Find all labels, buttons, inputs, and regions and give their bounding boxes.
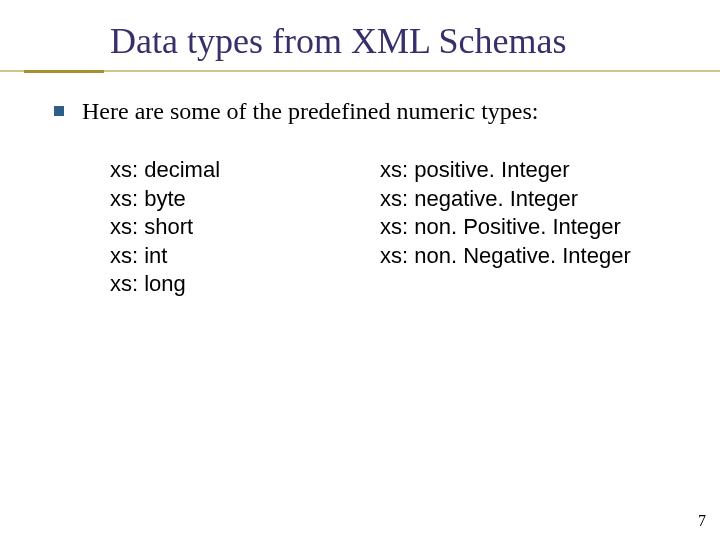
list-item: xs: long: [110, 270, 220, 299]
list-item: xs: non. Positive. Integer: [380, 213, 631, 242]
list-item: xs: decimal: [110, 156, 220, 185]
left-column: xs: decimal xs: byte xs: short xs: int x…: [110, 156, 220, 299]
list-item: xs: non. Negative. Integer: [380, 242, 631, 271]
list-item: xs: int: [110, 242, 220, 271]
bullet-item: Here are some of the predefined numeric …: [54, 98, 538, 125]
page-number: 7: [698, 512, 706, 530]
list-item: xs: positive. Integer: [380, 156, 631, 185]
lead-text: Here are some of the predefined numeric …: [82, 98, 538, 125]
title-underline: [0, 70, 720, 76]
list-item: xs: short: [110, 213, 220, 242]
slide-title: Data types from XML Schemas: [110, 20, 567, 62]
list-item: xs: byte: [110, 185, 220, 214]
bullet-square-icon: [54, 106, 64, 116]
list-item: xs: negative. Integer: [380, 185, 631, 214]
right-column: xs: positive. Integer xs: negative. Inte…: [380, 156, 631, 270]
slide: Data types from XML Schemas Here are som…: [0, 0, 720, 540]
